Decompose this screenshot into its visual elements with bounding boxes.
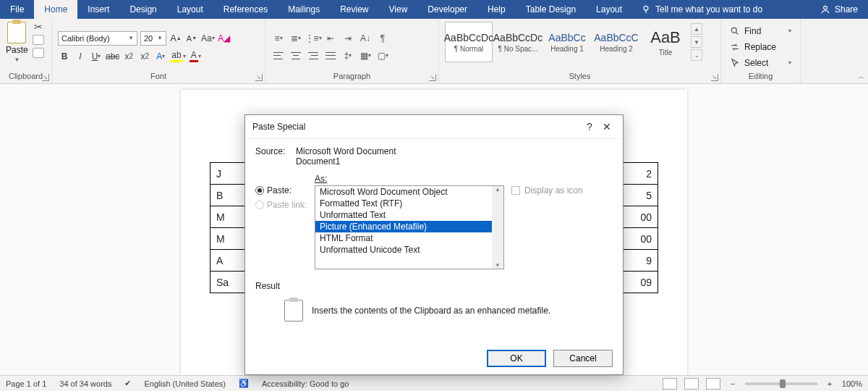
numbering-button[interactable]: ≣▾ xyxy=(289,32,303,45)
copy-button[interactable] xyxy=(33,35,44,45)
tab-design[interactable]: Design xyxy=(119,0,166,19)
show-marks-button[interactable]: ¶ xyxy=(375,32,390,45)
dialog-launcher-icon[interactable]: ↘ xyxy=(42,74,49,81)
tell-me-search[interactable]: Tell me what you want to do xyxy=(632,4,771,14)
spellcheck-icon[interactable]: ✔ xyxy=(124,379,131,388)
search-icon xyxy=(730,26,740,36)
borders-button[interactable]: ▢▾ xyxy=(375,49,390,62)
style--normal[interactable]: AaBbCcDc¶ Normal xyxy=(445,22,493,62)
share-button[interactable]: Share xyxy=(810,4,868,14)
replace-button[interactable]: Replace xyxy=(727,40,794,54)
decrease-indent-button[interactable]: ⇤ xyxy=(323,32,338,45)
tab-layout[interactable]: Layout xyxy=(167,0,213,19)
align-right-button[interactable] xyxy=(306,49,320,62)
page-status[interactable]: Page 1 of 1 xyxy=(6,379,46,388)
paste-link-radio[interactable]: Paste link: xyxy=(255,200,307,210)
bold-button[interactable]: B xyxy=(58,50,71,63)
list-item[interactable]: Picture (Enhanced Metafile) xyxy=(315,221,503,232)
list-item[interactable]: Unformatted Unicode Text xyxy=(315,244,503,256)
change-case-button[interactable]: Aa▾ xyxy=(201,32,215,45)
cancel-button[interactable]: Cancel xyxy=(553,350,613,367)
tab-view[interactable]: View xyxy=(379,0,418,19)
svg-point-1 xyxy=(824,6,827,9)
tab-layout[interactable]: Layout xyxy=(586,0,632,19)
grow-font-button[interactable]: A▲ xyxy=(169,32,182,45)
dialog-launcher-icon[interactable]: ↘ xyxy=(429,74,436,81)
format-painter-button[interactable] xyxy=(33,48,44,58)
sort-button[interactable]: A↓ xyxy=(358,32,373,45)
italic-button[interactable]: I xyxy=(74,50,87,63)
paste-button[interactable]: Paste ▼ xyxy=(6,22,28,63)
read-mode-button[interactable] xyxy=(663,378,677,390)
radio-icon xyxy=(255,201,264,209)
word-count[interactable]: 34 of 34 words xyxy=(59,379,111,388)
multilevel-list-button[interactable]: ⋮≡▾ xyxy=(306,32,320,45)
paste-radio[interactable]: Paste: xyxy=(255,185,307,196)
strikethrough-button[interactable]: abc xyxy=(106,50,119,63)
list-item[interactable]: Formatted Text (RTF) xyxy=(315,198,503,209)
scrollbar[interactable]: ▲▼ xyxy=(492,186,503,269)
text-effects-button[interactable]: A▾ xyxy=(154,50,167,63)
font-color-button[interactable]: A▾ xyxy=(189,50,202,63)
tab-insert[interactable]: Insert xyxy=(77,0,119,19)
tab-references[interactable]: References xyxy=(213,0,278,19)
zoom-out-button[interactable]: − xyxy=(728,379,738,388)
styles-more-button[interactable]: ▲▼⌄ xyxy=(691,23,702,61)
as-listbox[interactable]: Microsoft Word Document ObjectFormatted … xyxy=(315,185,504,269)
highlight-button[interactable]: ab▾ xyxy=(170,50,185,63)
display-as-icon-checkbox[interactable]: Display as icon xyxy=(511,185,613,196)
zoom-level[interactable]: 100% xyxy=(842,379,862,388)
group-clipboard: Paste ▼ ✂ Clipboard ↘ xyxy=(0,19,52,83)
style--no-spac-[interactable]: AaBbCcDc¶ No Spac... xyxy=(494,22,542,62)
group-label: Editing xyxy=(727,72,794,82)
bullets-button[interactable]: ≡▾ xyxy=(271,32,286,45)
zoom-in-button[interactable]: + xyxy=(825,379,835,388)
shrink-font-button[interactable]: A▼ xyxy=(185,32,198,45)
align-center-button[interactable] xyxy=(289,49,303,62)
font-size-combo[interactable]: 20▼ xyxy=(140,31,166,46)
accessibility-status[interactable]: Accessibility: Good to go xyxy=(262,379,349,388)
font-name-combo[interactable]: Calibri (Body)▼ xyxy=(58,31,137,46)
source-value-1: Microsoft Word Document xyxy=(296,146,396,156)
svg-point-0 xyxy=(644,6,648,10)
find-button[interactable]: Find▾ xyxy=(727,24,794,38)
print-layout-button[interactable] xyxy=(684,378,699,390)
superscript-button[interactable]: x2 xyxy=(138,50,151,63)
list-item[interactable]: Microsoft Word Document Object xyxy=(315,186,503,198)
subscript-button[interactable]: x2 xyxy=(122,50,135,63)
style-title[interactable]: AaBTitle xyxy=(642,22,689,62)
tab-review[interactable]: Review xyxy=(330,0,378,19)
tab-table-design[interactable]: Table Design xyxy=(516,0,586,19)
tab-home[interactable]: Home xyxy=(34,0,77,19)
web-layout-button[interactable] xyxy=(706,378,720,390)
dialog-launcher-icon[interactable]: ↘ xyxy=(711,74,718,81)
line-spacing-button[interactable]: ‡▾ xyxy=(341,49,355,62)
tab-help[interactable]: Help xyxy=(477,0,516,19)
language-status[interactable]: English (United States) xyxy=(144,379,226,388)
tab-file[interactable]: File xyxy=(0,0,34,19)
clear-formatting-button[interactable]: A◢ xyxy=(218,32,231,45)
shading-button[interactable]: ▦▾ xyxy=(358,49,373,62)
select-button[interactable]: Select▾ xyxy=(727,56,794,70)
cut-button[interactable]: ✂ xyxy=(33,22,44,32)
style-heading-1[interactable]: AaBbCcHeading 1 xyxy=(543,22,591,62)
underline-button[interactable]: U▾ xyxy=(90,50,103,63)
tab-mailings[interactable]: Mailings xyxy=(278,0,330,19)
tab-developer[interactable]: Developer xyxy=(417,0,477,19)
style-heading-2[interactable]: AaBbCcCHeading 2 xyxy=(592,22,640,62)
zoom-slider[interactable] xyxy=(745,382,817,385)
close-button[interactable]: ✕ xyxy=(598,121,616,133)
dialog-title: Paste Special xyxy=(252,122,581,132)
accessibility-icon[interactable]: ♿ xyxy=(239,379,249,388)
list-item[interactable]: Unformatted Text xyxy=(315,209,503,221)
share-label: Share xyxy=(835,4,858,14)
ribbon: Paste ▼ ✂ Clipboard ↘ Calibri (Body)▼ 20… xyxy=(0,19,868,84)
ok-button[interactable]: OK xyxy=(487,350,546,367)
align-left-button[interactable] xyxy=(271,49,286,62)
justify-button[interactable] xyxy=(323,49,338,62)
collapse-ribbon-button[interactable]: ︿ xyxy=(858,72,865,82)
list-item[interactable]: HTML Format xyxy=(315,232,503,244)
help-button[interactable]: ? xyxy=(581,121,598,133)
dialog-launcher-icon[interactable]: ↘ xyxy=(255,74,263,81)
increase-indent-button[interactable]: ⇥ xyxy=(341,32,355,45)
